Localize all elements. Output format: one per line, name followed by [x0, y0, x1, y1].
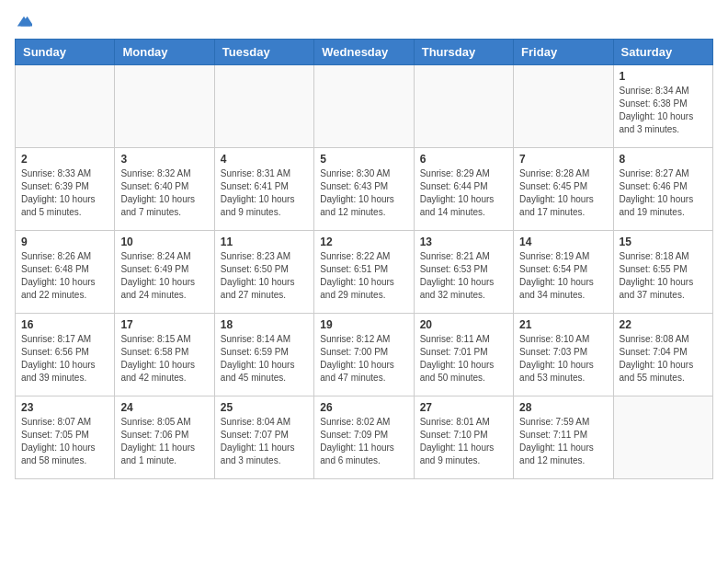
- weekday-header-friday: Friday: [514, 40, 613, 65]
- day-info: Sunrise: 8:18 AM Sunset: 6:55 PM Dayligh…: [620, 250, 707, 302]
- calendar: SundayMondayTuesdayWednesdayThursdayFrid…: [15, 39, 713, 479]
- calendar-week-1: 1Sunrise: 8:34 AM Sunset: 6:38 PM Daylig…: [16, 65, 713, 148]
- day-info: Sunrise: 8:17 AM Sunset: 6:56 PM Dayligh…: [21, 333, 108, 385]
- day-number: 22: [620, 318, 707, 331]
- calendar-cell: 6Sunrise: 8:29 AM Sunset: 6:44 PM Daylig…: [414, 148, 513, 231]
- day-info: Sunrise: 8:22 AM Sunset: 6:51 PM Dayligh…: [320, 250, 407, 302]
- day-number: 12: [320, 236, 407, 248]
- calendar-cell: [314, 65, 414, 148]
- day-info: Sunrise: 8:04 AM Sunset: 7:07 PM Dayligh…: [221, 416, 308, 467]
- day-number: 3: [120, 153, 208, 166]
- calendar-cell: 24Sunrise: 8:05 AM Sunset: 7:06 PM Dayli…: [115, 396, 214, 479]
- calendar-cell: 25Sunrise: 8:04 AM Sunset: 7:07 PM Dayli…: [214, 396, 313, 479]
- calendar-cell: 17Sunrise: 8:15 AM Sunset: 6:58 PM Dayli…: [115, 314, 214, 396]
- calendar-cell: 27Sunrise: 8:01 AM Sunset: 7:10 PM Dayli…: [414, 396, 513, 479]
- day-number: 11: [221, 236, 308, 248]
- day-number: 23: [21, 401, 108, 414]
- calendar-cell: 20Sunrise: 8:11 AM Sunset: 7:01 PM Dayli…: [414, 314, 513, 396]
- day-info: Sunrise: 8:07 AM Sunset: 7:05 PM Dayligh…: [21, 416, 108, 467]
- day-info: Sunrise: 8:31 AM Sunset: 6:41 PM Dayligh…: [221, 167, 308, 219]
- logo-icon: [16, 15, 32, 31]
- day-info: Sunrise: 8:12 AM Sunset: 7:00 PM Dayligh…: [320, 333, 407, 385]
- day-number: 20: [420, 318, 507, 331]
- day-info: Sunrise: 8:28 AM Sunset: 6:45 PM Dayligh…: [519, 167, 607, 219]
- calendar-cell: 23Sunrise: 8:07 AM Sunset: 7:05 PM Dayli…: [16, 396, 115, 479]
- calendar-cell: 18Sunrise: 8:14 AM Sunset: 6:59 PM Dayli…: [214, 314, 313, 396]
- day-number: 28: [519, 401, 607, 414]
- calendar-cell: 22Sunrise: 8:08 AM Sunset: 7:04 PM Dayli…: [613, 314, 712, 396]
- day-number: 26: [320, 401, 407, 414]
- calendar-cell: [16, 65, 115, 148]
- day-info: Sunrise: 7:59 AM Sunset: 7:11 PM Dayligh…: [519, 416, 607, 467]
- day-info: Sunrise: 8:34 AM Sunset: 6:38 PM Dayligh…: [620, 85, 707, 136]
- day-info: Sunrise: 8:33 AM Sunset: 6:39 PM Dayligh…: [21, 167, 108, 219]
- day-number: 14: [519, 236, 607, 248]
- day-number: 13: [420, 236, 507, 248]
- day-info: Sunrise: 8:11 AM Sunset: 7:01 PM Dayligh…: [420, 333, 507, 385]
- day-number: 10: [120, 236, 208, 248]
- calendar-cell: 21Sunrise: 8:10 AM Sunset: 7:03 PM Dayli…: [514, 314, 613, 396]
- day-info: Sunrise: 8:29 AM Sunset: 6:44 PM Dayligh…: [420, 167, 507, 219]
- day-number: 16: [21, 318, 108, 331]
- day-number: 5: [320, 153, 407, 166]
- day-number: 6: [420, 153, 507, 166]
- logo: [15, 15, 32, 31]
- weekday-header-monday: Monday: [115, 40, 214, 65]
- calendar-week-5: 23Sunrise: 8:07 AM Sunset: 7:05 PM Dayli…: [16, 396, 713, 479]
- calendar-cell: 1Sunrise: 8:34 AM Sunset: 6:38 PM Daylig…: [613, 65, 712, 148]
- calendar-cell: 15Sunrise: 8:18 AM Sunset: 6:55 PM Dayli…: [613, 231, 712, 314]
- weekday-header-saturday: Saturday: [613, 40, 712, 65]
- calendar-cell: 4Sunrise: 8:31 AM Sunset: 6:41 PM Daylig…: [214, 148, 313, 231]
- day-number: 21: [519, 318, 607, 331]
- day-number: 19: [320, 318, 407, 331]
- calendar-cell: 28Sunrise: 7:59 AM Sunset: 7:11 PM Dayli…: [514, 396, 613, 479]
- calendar-cell: 16Sunrise: 8:17 AM Sunset: 6:56 PM Dayli…: [16, 314, 115, 396]
- calendar-cell: 26Sunrise: 8:02 AM Sunset: 7:09 PM Dayli…: [314, 396, 414, 479]
- day-number: 1: [620, 70, 707, 83]
- page-header: [15, 15, 713, 31]
- day-info: Sunrise: 8:02 AM Sunset: 7:09 PM Dayligh…: [320, 416, 407, 467]
- day-info: Sunrise: 8:01 AM Sunset: 7:10 PM Dayligh…: [420, 416, 507, 467]
- calendar-cell: [115, 65, 214, 148]
- day-info: Sunrise: 8:05 AM Sunset: 7:06 PM Dayligh…: [120, 416, 208, 467]
- day-info: Sunrise: 8:27 AM Sunset: 6:46 PM Dayligh…: [620, 167, 707, 219]
- weekday-header-sunday: Sunday: [16, 40, 115, 65]
- day-number: 9: [21, 236, 108, 248]
- day-number: 27: [420, 401, 507, 414]
- calendar-cell: 12Sunrise: 8:22 AM Sunset: 6:51 PM Dayli…: [314, 231, 414, 314]
- calendar-week-4: 16Sunrise: 8:17 AM Sunset: 6:56 PM Dayli…: [16, 314, 713, 396]
- calendar-cell: [414, 65, 513, 148]
- calendar-cell: 7Sunrise: 8:28 AM Sunset: 6:45 PM Daylig…: [514, 148, 613, 231]
- calendar-cell: 5Sunrise: 8:30 AM Sunset: 6:43 PM Daylig…: [314, 148, 414, 231]
- day-number: 4: [221, 153, 308, 166]
- day-number: 2: [21, 153, 108, 166]
- day-info: Sunrise: 8:08 AM Sunset: 7:04 PM Dayligh…: [620, 333, 707, 385]
- calendar-cell: [514, 65, 613, 148]
- day-info: Sunrise: 8:23 AM Sunset: 6:50 PM Dayligh…: [221, 250, 308, 302]
- day-info: Sunrise: 8:10 AM Sunset: 7:03 PM Dayligh…: [519, 333, 607, 385]
- day-info: Sunrise: 8:19 AM Sunset: 6:54 PM Dayligh…: [519, 250, 607, 302]
- calendar-cell: 8Sunrise: 8:27 AM Sunset: 6:46 PM Daylig…: [613, 148, 712, 231]
- calendar-cell: 13Sunrise: 8:21 AM Sunset: 6:53 PM Dayli…: [414, 231, 513, 314]
- calendar-cell: 9Sunrise: 8:26 AM Sunset: 6:48 PM Daylig…: [16, 231, 115, 314]
- day-info: Sunrise: 8:24 AM Sunset: 6:49 PM Dayligh…: [120, 250, 208, 302]
- day-number: 8: [620, 153, 707, 166]
- calendar-week-2: 2Sunrise: 8:33 AM Sunset: 6:39 PM Daylig…: [16, 148, 713, 231]
- day-info: Sunrise: 8:32 AM Sunset: 6:40 PM Dayligh…: [120, 167, 208, 219]
- calendar-cell: 3Sunrise: 8:32 AM Sunset: 6:40 PM Daylig…: [115, 148, 214, 231]
- day-info: Sunrise: 8:15 AM Sunset: 6:58 PM Dayligh…: [120, 333, 208, 385]
- weekday-header-thursday: Thursday: [414, 40, 513, 65]
- calendar-cell: [613, 396, 712, 479]
- calendar-cell: 2Sunrise: 8:33 AM Sunset: 6:39 PM Daylig…: [16, 148, 115, 231]
- day-info: Sunrise: 8:30 AM Sunset: 6:43 PM Dayligh…: [320, 167, 407, 219]
- day-number: 25: [221, 401, 308, 414]
- day-info: Sunrise: 8:21 AM Sunset: 6:53 PM Dayligh…: [420, 250, 507, 302]
- day-info: Sunrise: 8:14 AM Sunset: 6:59 PM Dayligh…: [221, 333, 308, 385]
- calendar-cell: 14Sunrise: 8:19 AM Sunset: 6:54 PM Dayli…: [514, 231, 613, 314]
- calendar-cell: 19Sunrise: 8:12 AM Sunset: 7:00 PM Dayli…: [314, 314, 414, 396]
- day-info: Sunrise: 8:26 AM Sunset: 6:48 PM Dayligh…: [21, 250, 108, 302]
- calendar-week-3: 9Sunrise: 8:26 AM Sunset: 6:48 PM Daylig…: [16, 231, 713, 314]
- calendar-cell: 10Sunrise: 8:24 AM Sunset: 6:49 PM Dayli…: [115, 231, 214, 314]
- day-number: 15: [620, 236, 707, 248]
- day-number: 7: [519, 153, 607, 166]
